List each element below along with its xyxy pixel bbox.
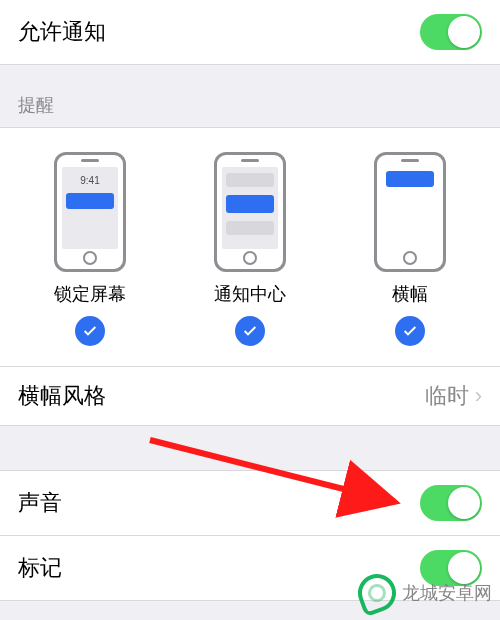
- banner-style-label: 横幅风格: [18, 381, 106, 411]
- phone-banner-icon: [374, 152, 446, 272]
- alerts-section-header: 提醒: [0, 65, 500, 127]
- phone-notification-center-icon: [214, 152, 286, 272]
- preview-banner-label: 横幅: [392, 282, 428, 306]
- preview-lock-check-icon[interactable]: [75, 316, 105, 346]
- sounds-toggle[interactable]: [420, 485, 482, 521]
- watermark-text: 龙城安卓网: [402, 581, 492, 605]
- section-gap: [0, 426, 500, 470]
- banner-style-value: 临时: [425, 381, 469, 411]
- sounds-row[interactable]: 声音: [0, 470, 500, 536]
- preview-center-check-icon[interactable]: [235, 316, 265, 346]
- allow-notifications-label: 允许通知: [18, 17, 106, 47]
- badges-label: 标记: [18, 553, 62, 583]
- lock-screen-time: 9:41: [62, 175, 118, 186]
- allow-notifications-row[interactable]: 允许通知: [0, 0, 500, 65]
- watermark-logo-icon: [353, 569, 402, 618]
- phone-lock-icon: 9:41: [54, 152, 126, 272]
- preview-banner[interactable]: 横幅: [374, 152, 446, 346]
- preview-lock-screen[interactable]: 9:41 锁定屏幕: [54, 152, 126, 346]
- preview-center-label: 通知中心: [214, 282, 286, 306]
- preview-banner-check-icon[interactable]: [395, 316, 425, 346]
- sounds-label: 声音: [18, 488, 62, 518]
- chevron-right-icon: ›: [475, 383, 482, 409]
- alert-style-previews: 9:41 锁定屏幕 通知中心 横幅: [0, 127, 500, 366]
- preview-notification-center[interactable]: 通知中心: [214, 152, 286, 346]
- allow-notifications-toggle[interactable]: [420, 14, 482, 50]
- banner-style-row[interactable]: 横幅风格 临时 ›: [0, 366, 500, 426]
- preview-lock-label: 锁定屏幕: [54, 282, 126, 306]
- watermark: 龙城安卓网: [358, 574, 492, 612]
